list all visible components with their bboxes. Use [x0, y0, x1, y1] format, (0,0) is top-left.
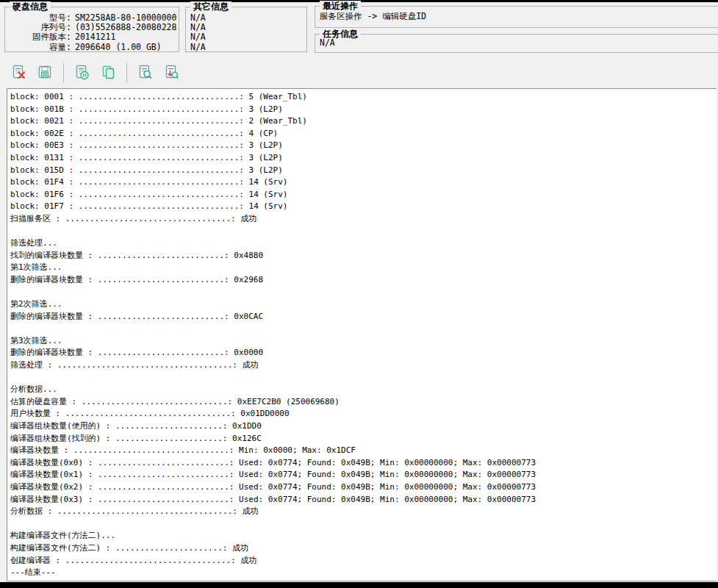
- copy-log-button[interactable]: [97, 62, 119, 84]
- toolbar-separator: [126, 62, 127, 83]
- disk-info-fields: 型号: SM2258AB-80-10000000 序列号: (03)552688…: [5, 7, 179, 52]
- log-line: block: 015D : ..........................…: [10, 165, 717, 177]
- clear-log-icon: [10, 64, 26, 82]
- recent-operation-title: 最近操作: [320, 1, 361, 11]
- log-line: 第1次筛选...: [10, 262, 717, 274]
- clear-log-button[interactable]: [7, 62, 29, 84]
- save-log-icon: [37, 64, 53, 82]
- log-line: 扫描服务区 : ................................…: [10, 213, 717, 226]
- task-info-title: 任务信息: [320, 29, 361, 39]
- other-info-lines: N/AN/AN/AN/A: [186, 7, 306, 52]
- log-line: 分析数据 : .................................…: [10, 506, 717, 518]
- toolbar-separator: [63, 62, 64, 83]
- copy-log-icon: [100, 64, 116, 82]
- pause-log-icon: [73, 64, 90, 82]
- log-line: 分析数据...: [10, 384, 717, 396]
- log-line: 估算的硬盘容量 : ..............................…: [10, 396, 717, 409]
- log-line: 筛选处理 : .................................…: [10, 359, 717, 372]
- log-line: block: 0131 : ..........................…: [10, 152, 717, 165]
- other-info-panel: 其它信息 N/AN/AN/AN/A: [185, 7, 307, 52]
- window: { "panels": { "disk_info": { "title": "硬…: [0, 0, 718, 588]
- log-line: 第3次筛选...: [10, 335, 717, 348]
- log-line: block: 01F6 : ..........................…: [10, 189, 717, 201]
- disk-info-title: 硬盘信息: [10, 1, 51, 12]
- search-log-button[interactable]: [134, 62, 156, 84]
- disk-field-capacity: 容量: 2096640 (1.00 GB): [5, 43, 179, 52]
- log-output[interactable]: block: 0001 : ..........................…: [7, 88, 717, 581]
- other-info-line: N/A: [190, 32, 306, 42]
- disk-info-panel: 硬盘信息 型号: SM2258AB-80-10000000 序列号: (03)5…: [4, 7, 179, 52]
- field-value: 2096640 (1.00 GB): [75, 43, 162, 52]
- log-line: 编译器块数量(0x2) : ..........................…: [10, 481, 717, 494]
- log-line: block: 01F4 : ..........................…: [10, 176, 717, 189]
- log-line: 编译器块数量(0x1) : ..........................…: [10, 469, 717, 481]
- field-label: 固件版本:: [5, 32, 71, 42]
- log-line: 编译器组块数量(使用的) : ......................: 0…: [10, 420, 717, 433]
- log-line: 第2次筛选...: [10, 298, 717, 311]
- log-line: 删除的编译器块数量 : ..........................: …: [10, 311, 717, 323]
- log-toolbar: [0, 59, 718, 87]
- log-line: block: 00E3 : ..........................…: [10, 140, 717, 152]
- log-line: block: 0001 : ..........................…: [10, 91, 717, 104]
- log-line: 筛选处理...: [10, 237, 717, 250]
- window-bottom-edge: [0, 582, 718, 588]
- pause-log-button[interactable]: [71, 62, 93, 84]
- log-line: block: 01F7 : ..........................…: [10, 201, 717, 213]
- log-line: 删除的编译器块数量 : ..........................: …: [10, 274, 717, 287]
- search-log-icon: [137, 64, 153, 82]
- recent-operation-value: 服务区操作 -> 编辑硬盘ID: [315, 7, 718, 22]
- other-info-line: N/A: [190, 43, 306, 52]
- field-value: 20141211: [75, 32, 115, 42]
- other-info-title: 其它信息: [190, 1, 231, 12]
- log-line: [10, 323, 717, 335]
- log-line: block: 001B : ..........................…: [10, 104, 717, 116]
- log-line: 编译器块数量(0x3) : ..........................…: [10, 494, 717, 506]
- task-info-value: N/A: [315, 35, 718, 48]
- search-next-button[interactable]: [160, 62, 182, 84]
- log-line: [10, 518, 717, 531]
- log-line: [10, 226, 717, 238]
- log-line: 构建编译器文件(方法二) : ......................: 成…: [10, 542, 717, 555]
- task-info-panel: 任务信息 N/A: [315, 34, 718, 53]
- log-line: 删除的编译器块数量 : ..........................: …: [10, 347, 717, 359]
- log-line: block: 0021 : ..........................…: [10, 115, 717, 128]
- log-line: 编译器块数量 : ...............................…: [10, 445, 717, 457]
- search-down-icon: [163, 64, 179, 82]
- log-line: 编译器块数量(0x0) : ..........................…: [10, 457, 717, 470]
- log-line: ---结束---: [10, 567, 717, 579]
- other-info-line: N/A: [190, 23, 306, 32]
- log-line: 构建编译器文件(方法二)...: [10, 530, 717, 542]
- log-line: 找到的编译器块数量 : ..........................: …: [10, 250, 717, 262]
- recent-operation-panel: 最近操作 服务区操作 -> 编辑硬盘ID: [315, 6, 718, 28]
- other-info-line: N/A: [190, 13, 306, 23]
- log-line: block: 002E : ..........................…: [10, 128, 717, 140]
- log-line: 编译器组块数量(找到的) : ......................: 0…: [10, 433, 717, 445]
- disk-field-firmware: 固件版本: 20141211: [5, 32, 179, 42]
- log-line: [10, 287, 717, 299]
- field-label: 容量:: [5, 43, 71, 52]
- log-line: 创建编译器 : ................................…: [10, 555, 717, 567]
- log-line: [10, 372, 717, 384]
- log-line: 用户块数量 : ................................…: [10, 408, 717, 420]
- save-log-button[interactable]: [34, 62, 56, 84]
